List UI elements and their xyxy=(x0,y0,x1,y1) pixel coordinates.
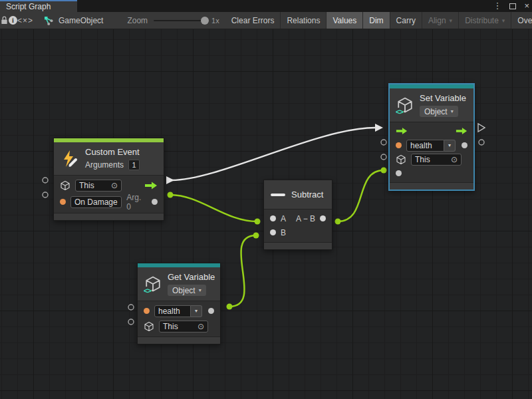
variable-scope-dropdown[interactable]: Object ▾ xyxy=(168,285,206,296)
node-footer xyxy=(264,242,332,249)
carry-toggle[interactable]: Carry xyxy=(390,12,422,29)
wire-flow-customevent-setvariable xyxy=(172,128,375,180)
object-picker-icon[interactable]: ⊙ xyxy=(198,322,204,331)
info-icon: i xyxy=(9,16,17,25)
input-b-label: B xyxy=(281,228,286,237)
align-dropdown[interactable]: Align ▾ xyxy=(422,12,459,29)
flow-input-port[interactable] xyxy=(396,127,408,135)
wire-endpoint-dot xyxy=(168,192,174,198)
zoom-slider[interactable] xyxy=(154,20,205,21)
wire-value-subtract-setvariable xyxy=(338,170,384,221)
arguments-label: Arguments xyxy=(85,160,124,170)
flow-output-port[interactable] xyxy=(144,182,158,190)
chevron-down-icon: ▾ xyxy=(191,305,202,317)
arg-label: Arg. 0 xyxy=(126,193,147,211)
node-title: Set Variable xyxy=(420,93,466,103)
graph-canvas[interactable]: Custom Event Arguments 1 This ⊙ xyxy=(0,29,532,399)
lock-button[interactable] xyxy=(0,12,9,29)
target-field[interactable]: This ⊙ xyxy=(159,321,208,332)
code-brackets-icon: <> xyxy=(143,287,152,295)
value-input-port[interactable] xyxy=(144,308,150,314)
node-footer xyxy=(54,213,164,220)
wire-value-arg0-subtractA xyxy=(170,195,257,221)
chevron-down-icon: ▾ xyxy=(502,17,505,24)
values-toggle[interactable]: Values xyxy=(327,12,363,29)
value-input-port-a[interactable] xyxy=(270,215,276,221)
port-unconnected-circle xyxy=(43,178,48,183)
node-footer xyxy=(138,336,220,344)
code-brackets-icon: <> xyxy=(395,108,404,116)
tab-script-graph[interactable]: Script Graph xyxy=(0,0,77,12)
target-field[interactable]: This ⊙ xyxy=(411,154,462,166)
wire-endpoint-dot xyxy=(253,233,259,239)
node-title: Subtract xyxy=(291,190,323,200)
value-output-port[interactable] xyxy=(462,142,467,148)
gameobject-label: GameObject xyxy=(59,16,103,25)
port-unconnected-circle xyxy=(128,305,134,310)
variable-scope-dropdown[interactable]: Object ▾ xyxy=(420,106,458,117)
edit-graph-button[interactable]: <×> xyxy=(17,12,33,29)
port-unconnected-flow-triangle xyxy=(478,124,485,132)
graph-owner[interactable]: GameObject xyxy=(33,12,103,29)
zoom-control: Zoom 1x xyxy=(127,12,219,29)
value-output-port[interactable] xyxy=(208,308,214,314)
zoom-value: 1x xyxy=(211,17,219,25)
gameobject-cube-icon xyxy=(60,180,70,191)
lock-icon xyxy=(0,15,9,25)
chevron-down-icon: ▾ xyxy=(450,17,453,24)
inspect-button[interactable]: i xyxy=(9,12,17,29)
target-field[interactable]: This ⊙ xyxy=(75,180,122,192)
event-lightning-icon xyxy=(61,150,79,168)
subtract-minus-icon xyxy=(271,194,285,196)
overview-button[interactable]: Overv xyxy=(511,12,532,29)
object-picker-icon[interactable]: ⊙ xyxy=(451,155,458,164)
gameobject-cube-icon xyxy=(144,321,154,332)
input-a-label: A xyxy=(281,214,286,223)
output-label: A − B xyxy=(296,214,315,223)
port-unconnected-circle xyxy=(43,192,48,198)
dim-toggle[interactable]: Dim xyxy=(363,12,390,29)
value-input-port[interactable] xyxy=(396,170,402,176)
value-output-port[interactable] xyxy=(152,199,158,205)
value-input-port-b[interactable] xyxy=(270,229,276,235)
node-get-variable[interactable]: <> Get Variable Object ▾ health ▾ xyxy=(137,263,221,344)
wire-value-getvariable-subtractB xyxy=(229,235,256,307)
object-picker-icon[interactable]: ⊙ xyxy=(111,181,118,190)
node-custom-event[interactable]: Custom Event Arguments 1 This ⊙ xyxy=(53,138,164,221)
kebab-menu-icon[interactable]: ⋮ xyxy=(493,0,501,12)
value-input-port[interactable] xyxy=(60,199,66,205)
variable-name-dropdown[interactable]: health ▾ xyxy=(406,140,456,152)
close-icon[interactable]: × xyxy=(524,0,529,12)
port-unconnected-circle xyxy=(381,140,386,145)
zoom-label: Zoom xyxy=(127,16,148,25)
window-controls: ⋮ × xyxy=(493,0,529,12)
maximize-icon[interactable] xyxy=(509,3,516,9)
node-footer xyxy=(390,182,473,190)
chevron-down-icon: ▾ xyxy=(451,108,454,114)
value-input-port[interactable] xyxy=(396,142,402,148)
node-set-variable[interactable]: <> Set Variable Object ▾ xyxy=(388,83,475,191)
distribute-dropdown[interactable]: Distribute ▾ xyxy=(459,12,511,29)
event-name-field[interactable]: On Damage xyxy=(70,196,122,208)
graph-toolbar: i <×> GameObject Zoom 1x Clear Errors Re… xyxy=(0,12,532,29)
node-subtract[interactable]: Subtract A A − B B xyxy=(263,180,332,250)
value-output-port[interactable] xyxy=(320,215,326,221)
code-icon: <×> xyxy=(17,16,33,25)
relations-button[interactable]: Relations xyxy=(281,12,327,29)
script-graph-icon xyxy=(43,15,54,26)
wire-endpoint-dot xyxy=(255,219,261,225)
script-graph-window: Script Graph ⋮ × i <×> xyxy=(0,0,532,399)
wire-endpoint-dot xyxy=(381,168,387,174)
clear-errors-button[interactable]: Clear Errors xyxy=(225,12,281,29)
port-unconnected-circle xyxy=(128,319,134,325)
wire-end-arrow-icon xyxy=(375,124,383,132)
tab-bar: Script Graph ⋮ × xyxy=(0,0,532,12)
wire-endpoint-dot xyxy=(227,304,233,310)
port-unconnected-circle xyxy=(381,154,386,160)
gameobject-cube-icon xyxy=(396,154,406,165)
arguments-count-field[interactable]: 1 xyxy=(128,160,140,170)
zoom-slider-handle[interactable] xyxy=(201,17,209,25)
wire-start-arrow-icon xyxy=(166,176,174,184)
variable-name-dropdown[interactable]: health ▾ xyxy=(154,305,202,317)
flow-output-port[interactable] xyxy=(456,127,467,135)
